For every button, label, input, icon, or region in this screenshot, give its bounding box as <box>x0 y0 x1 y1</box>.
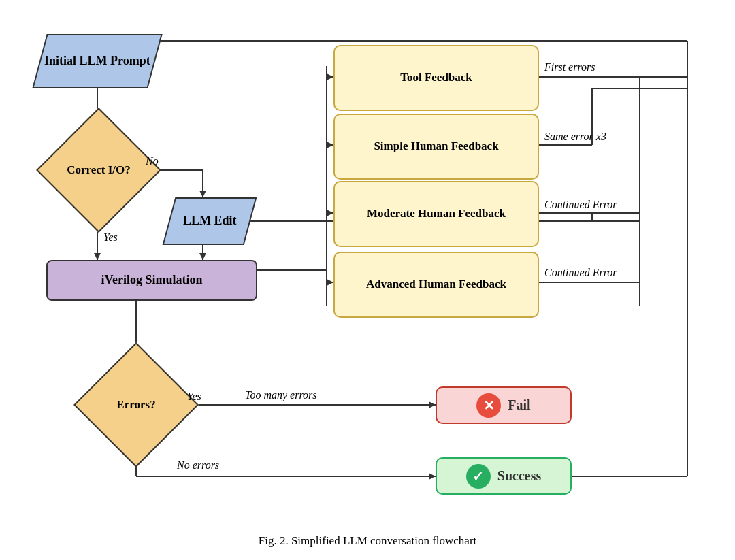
initial-llm-label: Initial LLM Prompt <box>44 53 150 69</box>
initial-llm-node: Initial LLM Prompt <box>32 34 162 88</box>
svg-marker-43 <box>429 473 436 480</box>
fail-label: Fail <box>508 397 530 413</box>
iverilog-node: iVerilog Simulation <box>46 260 257 301</box>
llm-edit-node: LLM Edit <box>163 197 257 245</box>
moderate-feedback-node: Moderate Human Feedback <box>333 181 539 247</box>
errors-diamond: Errors? <box>92 361 180 449</box>
same-error-x3-label: Same error x3 <box>544 131 606 143</box>
fail-node: ✕ Fail <box>436 386 572 424</box>
too-many-errors-label: Too many errors <box>245 389 317 401</box>
success-label: Success <box>497 468 541 484</box>
success-icon: ✓ <box>466 464 491 489</box>
svg-marker-40 <box>429 401 436 408</box>
svg-marker-3 <box>94 253 101 260</box>
svg-marker-18 <box>327 210 333 216</box>
advanced-feedback-node: Advanced Human Feedback <box>333 252 539 318</box>
tool-feedback-node: Tool Feedback <box>333 45 539 111</box>
no-label: No <box>146 155 159 167</box>
svg-marker-14 <box>327 73 333 80</box>
correct-io-diamond: Correct I/O? <box>54 126 143 214</box>
continued-error-1-label: Continued Error <box>544 199 617 211</box>
yes-label: Yes <box>103 231 118 244</box>
llm-edit-label: LLM Edit <box>183 213 237 229</box>
errors-shape <box>74 342 199 467</box>
no-errors-label: No errors <box>177 459 219 472</box>
tool-feedback-label: Tool Feedback <box>400 70 472 86</box>
moderate-feedback-label: Moderate Human Feedback <box>367 206 506 222</box>
yes-errors-label: Yes <box>187 391 201 403</box>
simple-feedback-label: Simple Human Feedback <box>374 139 498 154</box>
svg-marker-20 <box>327 279 333 286</box>
svg-marker-6 <box>199 191 206 197</box>
simple-feedback-node: Simple Human Feedback <box>333 114 539 180</box>
svg-marker-8 <box>199 253 206 260</box>
fail-icon: ✕ <box>476 393 501 418</box>
diagram: Initial LLM Prompt Correct I/O? LLM Edit… <box>0 0 735 560</box>
success-node: ✓ Success <box>436 457 572 495</box>
correct-io-shape <box>36 108 161 233</box>
svg-marker-16 <box>327 142 333 148</box>
continued-error-2-label: Continued Error <box>544 267 617 279</box>
advanced-feedback-label: Advanced Human Feedback <box>366 277 506 293</box>
caption: Fig. 2. Simplified LLM conversation flow… <box>0 534 735 548</box>
iverilog-label: iVerilog Simulation <box>101 272 203 288</box>
first-errors-label: First errors <box>544 61 595 73</box>
